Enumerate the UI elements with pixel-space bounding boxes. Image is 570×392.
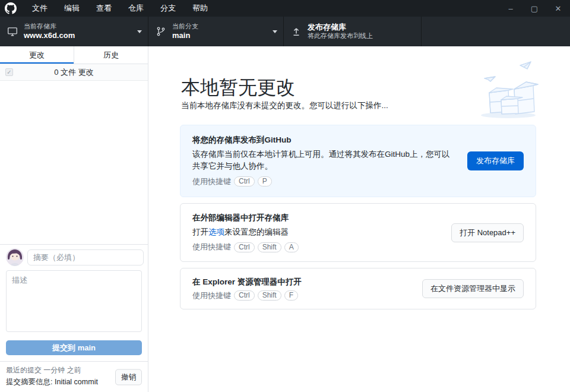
key-ctrl: Ctrl (234, 242, 255, 252)
key-ctrl: Ctrl (234, 290, 255, 301)
empty-state-illustration (474, 58, 545, 123)
chevron-down-icon (273, 30, 277, 33)
publish-card-body: 该存储库当前仅在本地计算机上可用。通过将其发布在GitHub上，您可以共享它并与… (192, 148, 458, 172)
no-changes-view: 本地暂无更改 当前本地存储库没有未提交的更改。您可以进行以下操作... 将您的存… (149, 46, 570, 392)
key-p: P (258, 176, 272, 186)
current-branch-dropdown[interactable]: 当前分支 main (148, 17, 284, 46)
menu-help[interactable]: 帮助 (184, 0, 216, 17)
repo-name: www.x6d.com (24, 31, 75, 40)
commit-form: 提交到 main (0, 244, 148, 361)
undo-button[interactable]: 撤销 (115, 369, 142, 385)
changed-files-count: 0 文件 更改 (0, 67, 148, 78)
close-button[interactable]: ✕ (546, 0, 570, 17)
key-shift: Shift (258, 290, 281, 301)
publish-repository-button[interactable]: 发布存储库 (467, 151, 524, 170)
github-desktop-window: 文件 编辑 查看 仓库 分支 帮助 – ▢ ✕ 当前存储库 www.x6d.co… (0, 0, 570, 392)
changes-list-empty (0, 81, 148, 244)
minimize-button[interactable]: – (499, 0, 522, 17)
options-link[interactable]: 选项 (208, 227, 224, 236)
show-in-explorer-card-title: 在 Explorer 资源管理器中打开 (192, 277, 413, 287)
sidebar: 更改 历史 ✓ 0 文件 更改 (0, 46, 148, 392)
menu-file[interactable]: 文件 (24, 0, 56, 17)
undo-commit-bar: 最近的提交 一分钟 之前 提交摘要信息: Initial commit 撤销 (0, 361, 148, 392)
tab-changes[interactable]: 更改 (0, 46, 74, 64)
open-editor-button[interactable]: 打开 Notepad++ (451, 223, 524, 242)
changed-files-row: ✓ 0 文件 更改 (0, 64, 148, 81)
publish-subtitle: 将此存储库发布到线上 (308, 32, 373, 40)
open-editor-shortcut: 使用快捷键 Ctrl Shift A (192, 242, 442, 252)
chevron-down-icon (137, 30, 142, 33)
commit-description-input[interactable] (6, 270, 142, 332)
show-in-explorer-card: 在 Explorer 资源管理器中打开 使用快捷键 Ctrl Shift F 在… (180, 268, 536, 309)
menu-repository[interactable]: 仓库 (120, 0, 152, 17)
window-controls: – ▢ ✕ (499, 0, 570, 17)
publish-card-title: 将您的存储库发布到GitHub (192, 135, 458, 146)
empty-state-title: 本地暂无更改 (181, 75, 295, 101)
menu-view[interactable]: 查看 (88, 0, 120, 17)
publish-card: 将您的存储库发布到GitHub 该存储库当前仅在本地计算机上可用。通过将其发布在… (180, 125, 536, 197)
select-all-checkbox[interactable]: ✓ (5, 68, 13, 76)
open-editor-card-title: 在外部编辑器中打开存储库 (192, 213, 442, 223)
branch-name: main (172, 31, 198, 40)
show-in-explorer-shortcut: 使用快捷键 Ctrl Shift F (192, 290, 413, 301)
github-logo-icon (5, 2, 17, 14)
key-ctrl: Ctrl (234, 176, 255, 186)
repo-label: 当前存储库 (24, 23, 75, 31)
empty-state-subtitle: 当前本地存储库没有未提交的更改。您可以进行以下操作... (181, 100, 388, 111)
titlebar: 文件 编辑 查看 仓库 分支 帮助 – ▢ ✕ (0, 0, 570, 17)
open-editor-card: 在外部编辑器中打开存储库 打开选项来设置您的编辑器 使用快捷键 Ctrl Shi… (180, 203, 536, 262)
upload-icon (291, 26, 302, 37)
current-repository-dropdown[interactable]: 当前存储库 www.x6d.com (0, 17, 148, 46)
computer-icon (7, 26, 18, 37)
publish-shortcut: 使用快捷键 Ctrl P (192, 176, 458, 187)
commit-button[interactable]: 提交到 main (6, 340, 142, 355)
branch-label: 当前分支 (172, 23, 198, 31)
maximize-button[interactable]: ▢ (522, 0, 546, 17)
git-branch-icon (156, 26, 166, 37)
key-f: F (284, 290, 298, 301)
user-avatar (6, 248, 24, 266)
key-a: A (284, 242, 299, 252)
publish-repository-toolbar-button[interactable]: 发布存储库 将此存储库发布到线上 (284, 17, 422, 46)
key-shift: Shift (258, 242, 281, 252)
commit-summary-input[interactable] (27, 249, 144, 265)
open-editor-card-body: 打开选项来设置您的编辑器 (192, 226, 442, 238)
show-in-explorer-button[interactable]: 在文件资源管理器中显示 (422, 279, 524, 298)
menubar: 文件 编辑 查看 仓库 分支 帮助 (24, 0, 216, 17)
tab-history[interactable]: 历史 (74, 46, 148, 64)
menu-branch[interactable]: 分支 (152, 0, 184, 17)
toolbar: 当前存储库 www.x6d.com 当前分支 main (0, 17, 570, 46)
publish-title: 发布存储库 (308, 23, 373, 32)
sidebar-tabs: 更改 历史 (0, 46, 148, 64)
menu-edit[interactable]: 编辑 (56, 0, 88, 17)
